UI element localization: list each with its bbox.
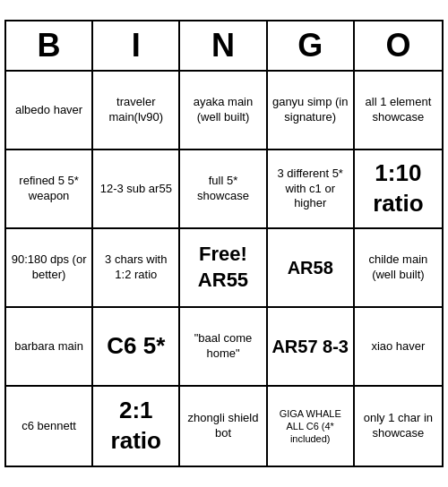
bingo-cell-17: "baal come home" [180, 308, 267, 387]
bingo-cell-22: zhongli shield bot [180, 387, 267, 466]
bingo-grid: albedo havertraveler main(lv90)ayaka mai… [6, 72, 442, 466]
letter-b: B [6, 21, 93, 70]
bingo-cell-24: only 1 char in showcase [355, 387, 442, 466]
bingo-card: B I N G O albedo havertraveler main(lv90… [4, 20, 444, 467]
bingo-cell-7: full 5* showcase [180, 150, 267, 229]
bingo-cell-8: 3 different 5* with c1 or higher [268, 150, 355, 229]
bingo-cell-21: 2:1 ratio [93, 387, 180, 466]
bingo-cell-19: xiao haver [355, 308, 442, 387]
bingo-cell-13: AR58 [268, 229, 355, 308]
bingo-cell-15: barbara main [6, 308, 93, 387]
bingo-cell-12: Free! AR55 [180, 229, 267, 308]
bingo-cell-2: ayaka main (well built) [180, 72, 267, 150]
bingo-cell-6: 12-3 sub ar55 [93, 150, 180, 229]
bingo-cell-16: C6 5* [93, 308, 180, 387]
letter-i: I [93, 21, 180, 70]
letter-g: G [268, 21, 355, 70]
bingo-cell-5: refined 5 5* weapon [6, 150, 93, 229]
letter-n: N [180, 21, 267, 70]
bingo-cell-20: c6 bennett [6, 387, 93, 466]
bingo-cell-9: 1:10 ratio [355, 150, 442, 229]
bingo-cell-11: 3 chars with 1:2 ratio [93, 229, 180, 308]
bingo-cell-3: ganyu simp (in signature) [268, 72, 355, 150]
bingo-cell-18: AR57 8-3 [268, 308, 355, 387]
bingo-cell-0: albedo haver [6, 72, 93, 150]
bingo-cell-10: 90:180 dps (or better) [6, 229, 93, 308]
bingo-cell-1: traveler main(lv90) [93, 72, 180, 150]
letter-o: O [355, 21, 442, 70]
bingo-cell-4: all 1 element showcase [355, 72, 442, 150]
bingo-header: B I N G O [6, 21, 442, 72]
bingo-cell-23: GIGA WHALE ALL C6 (4* included) [268, 387, 355, 466]
bingo-cell-14: childe main (well built) [355, 229, 442, 308]
